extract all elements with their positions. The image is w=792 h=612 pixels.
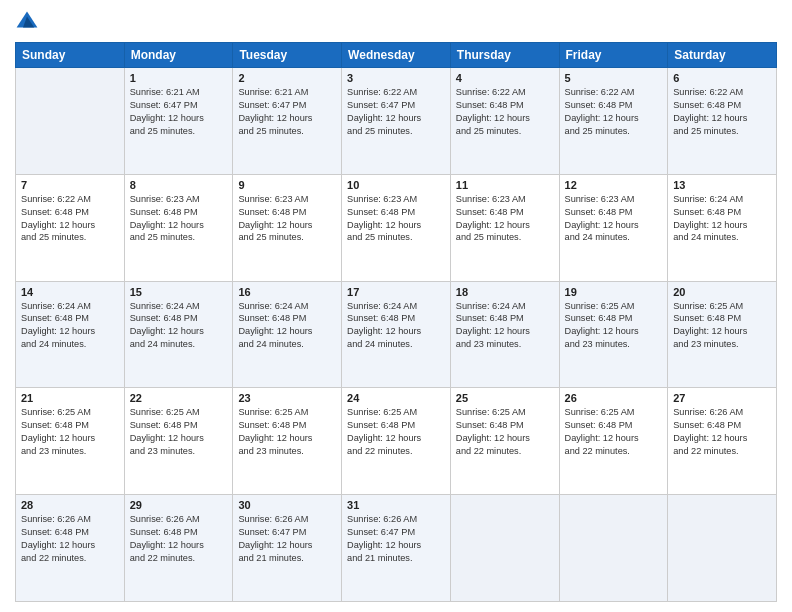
day-info: Sunrise: 6:25 AMSunset: 6:48 PMDaylight:…: [673, 300, 771, 352]
day-info: Sunrise: 6:24 AMSunset: 6:48 PMDaylight:…: [238, 300, 336, 352]
day-info: Sunrise: 6:22 AMSunset: 6:47 PMDaylight:…: [347, 86, 445, 138]
day-number: 30: [238, 499, 336, 511]
calendar-cell: 19Sunrise: 6:25 AMSunset: 6:48 PMDayligh…: [559, 281, 668, 388]
day-info: Sunrise: 6:24 AMSunset: 6:48 PMDaylight:…: [21, 300, 119, 352]
day-number: 25: [456, 392, 554, 404]
calendar-cell: 23Sunrise: 6:25 AMSunset: 6:48 PMDayligh…: [233, 388, 342, 495]
calendar-cell: 3Sunrise: 6:22 AMSunset: 6:47 PMDaylight…: [342, 68, 451, 175]
day-number: 15: [130, 286, 228, 298]
day-info: Sunrise: 6:24 AMSunset: 6:48 PMDaylight:…: [130, 300, 228, 352]
day-number: 10: [347, 179, 445, 191]
day-header-monday: Monday: [124, 43, 233, 68]
day-number: 29: [130, 499, 228, 511]
calendar-cell: 14Sunrise: 6:24 AMSunset: 6:48 PMDayligh…: [16, 281, 125, 388]
day-info: Sunrise: 6:23 AMSunset: 6:48 PMDaylight:…: [347, 193, 445, 245]
calendar-cell: 7Sunrise: 6:22 AMSunset: 6:48 PMDaylight…: [16, 174, 125, 281]
day-info: Sunrise: 6:25 AMSunset: 6:48 PMDaylight:…: [130, 406, 228, 458]
day-number: 14: [21, 286, 119, 298]
calendar-cell: 31Sunrise: 6:26 AMSunset: 6:47 PMDayligh…: [342, 495, 451, 602]
day-header-wednesday: Wednesday: [342, 43, 451, 68]
day-info: Sunrise: 6:26 AMSunset: 6:48 PMDaylight:…: [673, 406, 771, 458]
day-number: 21: [21, 392, 119, 404]
day-number: 22: [130, 392, 228, 404]
day-number: 24: [347, 392, 445, 404]
day-number: 16: [238, 286, 336, 298]
calendar-table: SundayMondayTuesdayWednesdayThursdayFrid…: [15, 42, 777, 602]
calendar-cell: 25Sunrise: 6:25 AMSunset: 6:48 PMDayligh…: [450, 388, 559, 495]
day-info: Sunrise: 6:25 AMSunset: 6:48 PMDaylight:…: [238, 406, 336, 458]
week-row-1: 1Sunrise: 6:21 AMSunset: 6:47 PMDaylight…: [16, 68, 777, 175]
day-number: 17: [347, 286, 445, 298]
day-info: Sunrise: 6:25 AMSunset: 6:48 PMDaylight:…: [565, 300, 663, 352]
day-number: 26: [565, 392, 663, 404]
week-row-3: 14Sunrise: 6:24 AMSunset: 6:48 PMDayligh…: [16, 281, 777, 388]
day-info: Sunrise: 6:25 AMSunset: 6:48 PMDaylight:…: [456, 406, 554, 458]
day-number: 8: [130, 179, 228, 191]
day-info: Sunrise: 6:25 AMSunset: 6:48 PMDaylight:…: [347, 406, 445, 458]
day-info: Sunrise: 6:23 AMSunset: 6:48 PMDaylight:…: [565, 193, 663, 245]
day-number: 27: [673, 392, 771, 404]
calendar-cell: 10Sunrise: 6:23 AMSunset: 6:48 PMDayligh…: [342, 174, 451, 281]
logo-icon: [15, 10, 39, 34]
day-header-thursday: Thursday: [450, 43, 559, 68]
calendar-cell: 21Sunrise: 6:25 AMSunset: 6:48 PMDayligh…: [16, 388, 125, 495]
day-number: 18: [456, 286, 554, 298]
day-number: 1: [130, 72, 228, 84]
day-info: Sunrise: 6:21 AMSunset: 6:47 PMDaylight:…: [238, 86, 336, 138]
day-info: Sunrise: 6:26 AMSunset: 6:47 PMDaylight:…: [347, 513, 445, 565]
day-info: Sunrise: 6:22 AMSunset: 6:48 PMDaylight:…: [21, 193, 119, 245]
calendar-cell: 29Sunrise: 6:26 AMSunset: 6:48 PMDayligh…: [124, 495, 233, 602]
calendar-cell: 18Sunrise: 6:24 AMSunset: 6:48 PMDayligh…: [450, 281, 559, 388]
day-info: Sunrise: 6:24 AMSunset: 6:48 PMDaylight:…: [347, 300, 445, 352]
day-header-sunday: Sunday: [16, 43, 125, 68]
day-number: 12: [565, 179, 663, 191]
day-number: 13: [673, 179, 771, 191]
calendar-cell: [559, 495, 668, 602]
week-row-4: 21Sunrise: 6:25 AMSunset: 6:48 PMDayligh…: [16, 388, 777, 495]
day-info: Sunrise: 6:25 AMSunset: 6:48 PMDaylight:…: [565, 406, 663, 458]
day-number: 5: [565, 72, 663, 84]
day-info: Sunrise: 6:26 AMSunset: 6:47 PMDaylight:…: [238, 513, 336, 565]
day-info: Sunrise: 6:22 AMSunset: 6:48 PMDaylight:…: [673, 86, 771, 138]
calendar-cell: 5Sunrise: 6:22 AMSunset: 6:48 PMDaylight…: [559, 68, 668, 175]
day-info: Sunrise: 6:22 AMSunset: 6:48 PMDaylight:…: [456, 86, 554, 138]
day-number: 23: [238, 392, 336, 404]
calendar-cell: 2Sunrise: 6:21 AMSunset: 6:47 PMDaylight…: [233, 68, 342, 175]
calendar-cell: 8Sunrise: 6:23 AMSunset: 6:48 PMDaylight…: [124, 174, 233, 281]
calendar-cell: 20Sunrise: 6:25 AMSunset: 6:48 PMDayligh…: [668, 281, 777, 388]
days-header-row: SundayMondayTuesdayWednesdayThursdayFrid…: [16, 43, 777, 68]
day-info: Sunrise: 6:26 AMSunset: 6:48 PMDaylight:…: [21, 513, 119, 565]
day-header-tuesday: Tuesday: [233, 43, 342, 68]
day-info: Sunrise: 6:25 AMSunset: 6:48 PMDaylight:…: [21, 406, 119, 458]
week-row-5: 28Sunrise: 6:26 AMSunset: 6:48 PMDayligh…: [16, 495, 777, 602]
day-number: 9: [238, 179, 336, 191]
calendar-cell: 22Sunrise: 6:25 AMSunset: 6:48 PMDayligh…: [124, 388, 233, 495]
logo: [15, 10, 43, 34]
day-info: Sunrise: 6:21 AMSunset: 6:47 PMDaylight:…: [130, 86, 228, 138]
day-number: 4: [456, 72, 554, 84]
calendar-cell: [668, 495, 777, 602]
calendar-cell: 4Sunrise: 6:22 AMSunset: 6:48 PMDaylight…: [450, 68, 559, 175]
day-number: 28: [21, 499, 119, 511]
calendar-cell: [450, 495, 559, 602]
header: [15, 10, 777, 34]
day-number: 7: [21, 179, 119, 191]
calendar-cell: 12Sunrise: 6:23 AMSunset: 6:48 PMDayligh…: [559, 174, 668, 281]
calendar-cell: 1Sunrise: 6:21 AMSunset: 6:47 PMDaylight…: [124, 68, 233, 175]
day-number: 6: [673, 72, 771, 84]
day-info: Sunrise: 6:22 AMSunset: 6:48 PMDaylight:…: [565, 86, 663, 138]
calendar-cell: 13Sunrise: 6:24 AMSunset: 6:48 PMDayligh…: [668, 174, 777, 281]
day-number: 19: [565, 286, 663, 298]
calendar-cell: 17Sunrise: 6:24 AMSunset: 6:48 PMDayligh…: [342, 281, 451, 388]
calendar-cell: 27Sunrise: 6:26 AMSunset: 6:48 PMDayligh…: [668, 388, 777, 495]
day-number: 2: [238, 72, 336, 84]
day-number: 3: [347, 72, 445, 84]
day-info: Sunrise: 6:24 AMSunset: 6:48 PMDaylight:…: [456, 300, 554, 352]
day-number: 11: [456, 179, 554, 191]
day-header-friday: Friday: [559, 43, 668, 68]
calendar-cell: 15Sunrise: 6:24 AMSunset: 6:48 PMDayligh…: [124, 281, 233, 388]
day-number: 20: [673, 286, 771, 298]
day-header-saturday: Saturday: [668, 43, 777, 68]
calendar-cell: 9Sunrise: 6:23 AMSunset: 6:48 PMDaylight…: [233, 174, 342, 281]
page: SundayMondayTuesdayWednesdayThursdayFrid…: [0, 0, 792, 612]
